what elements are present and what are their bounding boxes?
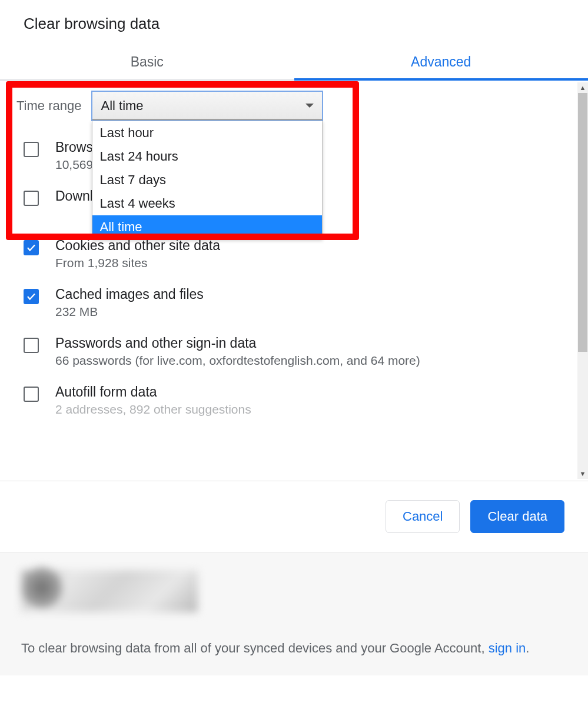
dropdown-option-last-hour[interactable]: Last hour [92,121,322,145]
option-autofill: Autofill form data 2 addresses, 892 othe… [24,376,561,425]
checkbox-passwords[interactable] [24,338,39,353]
tab-basic[interactable]: Basic [0,45,294,79]
clear-browsing-data-dialog: Clear browsing data Basic Advanced Time … [0,0,588,706]
account-sync-section: To clear browsing data from all of your … [0,552,588,675]
clear-data-button[interactable]: Clear data [470,500,564,533]
sync-message-prefix: To clear browsing data from all of your … [21,641,489,655]
checkbox-autofill[interactable] [24,387,39,402]
dropdown-option-last-4-weeks[interactable]: Last 4 weeks [92,192,322,215]
option-cached: Cached images and files 232 MB [24,278,561,327]
dropdown-option-last-24-hours[interactable]: Last 24 hours [92,145,322,168]
chevron-down-icon [305,104,314,108]
option-title: Passwords and other sign-in data [55,335,420,351]
checkbox-cookies[interactable] [24,240,39,255]
option-title: Cookies and other site data [55,238,220,254]
button-row: Cancel Clear data [0,481,588,552]
sign-in-link[interactable]: sign in [489,641,526,655]
option-title: Cached images and files [55,287,204,302]
time-range-selected-value: All time [101,98,143,114]
scroll-up-icon[interactable]: ▲ [579,84,587,92]
option-passwords: Passwords and other sign-in data 66 pass… [24,327,561,376]
time-range-row: Time range All time Last hour Last 24 ho… [0,81,577,131]
dialog-title: Clear browsing data [0,0,588,45]
cancel-button[interactable]: Cancel [386,500,460,533]
time-range-dropdown: Last hour Last 24 hours Last 7 days Last… [92,121,323,239]
option-subtitle: 10,569 [55,158,96,172]
account-info-blurred [21,570,198,612]
checkbox-download-history[interactable] [24,191,39,206]
option-subtitle: From 1,928 sites [55,256,220,270]
sync-message-suffix: . [526,641,529,655]
checkbox-browsing-history[interactable] [24,142,39,157]
dropdown-option-all-time[interactable]: All time [92,215,322,239]
tab-advanced[interactable]: Advanced [294,45,589,79]
time-range-label: Time range [16,98,81,114]
dropdown-option-last-7-days[interactable]: Last 7 days [92,168,322,192]
checkbox-cached[interactable] [24,289,39,304]
scrollbar[interactable]: ▲ ▼ [577,82,588,479]
option-subtitle: 232 MB [55,305,204,319]
option-title: Browsi [55,139,96,155]
avatar [21,567,62,608]
option-subtitle: 2 addresses, 892 other suggestions [55,402,251,417]
scroll-down-icon[interactable]: ▼ [579,469,587,478]
content-area: Time range All time Last hour Last 24 ho… [0,81,588,481]
option-subtitle: 66 passwords (for live.com, oxfordtestof… [55,354,420,368]
scrollbar-thumb[interactable] [578,93,587,352]
option-title: Autofill form data [55,384,251,400]
sync-message: To clear browsing data from all of your … [21,638,567,658]
time-range-select[interactable]: All time Last hour Last 24 hours Last 7 … [92,91,323,121]
tabs-bar: Basic Advanced [0,45,588,81]
time-range-selected[interactable]: All time [92,91,323,121]
